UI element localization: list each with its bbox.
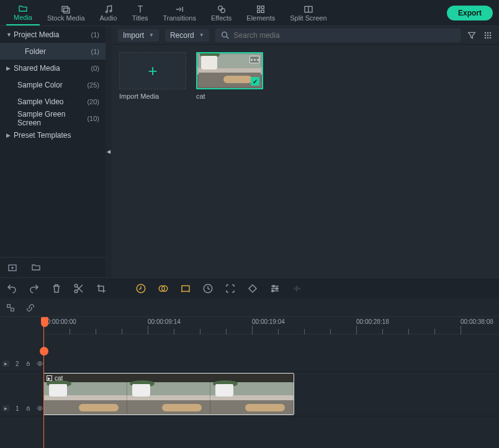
media-thumb[interactable]: ✓ (196, 52, 263, 89)
sidebar-item-sample-green-screen[interactable]: Sample Green Screen (10) (0, 110, 106, 127)
tab-media[interactable]: Media (6, 1, 40, 25)
tab-audio[interactable]: Audio (92, 1, 125, 25)
export-button[interactable]: Export (447, 6, 493, 20)
svg-point-3 (110, 10, 112, 12)
svg-point-16 (485, 34, 487, 36)
sidebar-label: Shared Media (14, 64, 91, 73)
grid-item-label: Import Media (119, 92, 186, 100)
tab-label: Transitions (163, 14, 196, 22)
match-frame-icon[interactable] (6, 303, 15, 312)
track-head: ▸ 2 (0, 357, 43, 370)
split-icon[interactable] (73, 283, 84, 294)
tab-label: Stock Media (47, 14, 85, 22)
sidebar-count: (1) (91, 31, 99, 38)
tab-elements[interactable]: Elements (239, 1, 282, 25)
svg-rect-8 (258, 10, 260, 12)
track-head: ▸ 1 (0, 402, 43, 414)
crop-icon[interactable] (96, 283, 107, 294)
adjust-icon[interactable] (269, 283, 281, 294)
tab-label: Effects (211, 14, 232, 22)
svg-point-31 (272, 290, 274, 292)
audio-mix-icon[interactable] (292, 283, 303, 294)
link-icon[interactable] (26, 303, 35, 312)
top-toolbar: Media Stock Media Audio Titles Transitio… (0, 0, 499, 26)
eye-icon[interactable] (37, 360, 43, 367)
svg-rect-27 (182, 285, 189, 291)
playhead[interactable] (41, 317, 48, 327)
sidebar-item-preset-templates[interactable]: ▶ Preset Templates (0, 127, 106, 143)
tab-transitions[interactable]: Transitions (156, 1, 204, 25)
tab-split-screen[interactable]: Split Screen (282, 1, 334, 25)
filter-icon[interactable] (467, 30, 477, 40)
lock-icon[interactable] (25, 405, 31, 411)
record-dropdown[interactable]: Record ▼ (165, 29, 209, 42)
timecode: 00:00:19:04 (252, 318, 285, 325)
svg-point-4 (218, 6, 222, 10)
import-dropdown[interactable]: Import ▼ (118, 29, 159, 42)
tab-label: Split Screen (290, 14, 326, 22)
green-screen-icon[interactable] (180, 283, 191, 294)
chevron-right-icon: ▶ (6, 65, 14, 71)
media-topbar: Import ▼ Record ▼ (112, 26, 499, 45)
collapse-panel-button[interactable]: ◀ (106, 26, 112, 277)
dropdown-label: Record (170, 31, 194, 40)
chevron-right-icon: ▶ (6, 132, 14, 138)
keyframe-icon[interactable] (247, 283, 258, 294)
tab-label: Media (14, 14, 32, 21)
redo-icon[interactable] (29, 283, 40, 294)
color-match-icon[interactable] (158, 283, 169, 294)
plus-icon: + (148, 61, 157, 81)
sidebar-count: (10) (87, 115, 99, 122)
sidebar-item-shared-media[interactable]: ▶ Shared Media (0) (0, 60, 106, 76)
import-media-tile[interactable]: + Import Media (119, 52, 186, 100)
undo-icon[interactable] (6, 283, 17, 294)
clip-frames (44, 382, 294, 414)
speed-reverse-icon[interactable] (135, 283, 146, 294)
playhead-line (43, 317, 44, 448)
tab-titles[interactable]: Titles (125, 1, 156, 25)
sidebar-item-folder[interactable]: Folder (1) (0, 43, 106, 60)
music-note-icon (104, 4, 114, 14)
track-2[interactable]: ▸ 2 (0, 334, 499, 372)
tab-stock-media[interactable]: Stock Media (40, 1, 92, 25)
svg-point-2 (106, 11, 107, 12)
grid-view-icon[interactable] (483, 30, 493, 40)
new-bin-icon[interactable] (7, 262, 17, 272)
svg-point-19 (485, 37, 487, 38)
sidebar-item-sample-color[interactable]: Sample Color (25) (0, 76, 106, 93)
sidebar-label: Sample Green Screen (17, 110, 87, 127)
timecode: 00:00:28:18 (356, 318, 389, 325)
svg-point-37 (39, 408, 41, 410)
text-icon (135, 4, 145, 14)
search-input[interactable] (234, 31, 456, 40)
sidebar-label: Sample Color (17, 81, 87, 89)
grid-item-label: cat (196, 92, 263, 100)
media-grid: + Import Media ✓ cat (112, 45, 499, 277)
speed-icon[interactable] (202, 283, 214, 294)
chevron-down-icon: ▼ (6, 32, 14, 38)
sidebar-label: Preset Templates (14, 131, 99, 140)
tab-effects[interactable]: Effects (204, 1, 239, 25)
track-1[interactable]: ▸ 1 ▶ cat (0, 372, 499, 416)
new-folder-icon[interactable] (31, 262, 41, 272)
chevron-down-icon: ▼ (199, 32, 204, 38)
svg-rect-0 (62, 6, 68, 11)
chevron-left-icon: ◀ (107, 149, 110, 155)
svg-rect-33 (11, 308, 14, 311)
svg-rect-7 (262, 6, 264, 8)
delete-icon[interactable] (51, 283, 62, 294)
import-thumb[interactable]: + (119, 52, 186, 89)
eye-icon[interactable] (37, 405, 43, 412)
motion-tracking-icon[interactable] (225, 283, 236, 294)
sidebar-item-project-media[interactable]: ▼ Project Media (1) (0, 26, 106, 43)
lock-icon[interactable] (25, 361, 31, 367)
media-tile-cat[interactable]: ✓ cat (196, 52, 263, 100)
timeline-clip-cat[interactable]: ▶ cat (43, 373, 294, 415)
track-area: ▸ 2 ▸ 1 ▶ cat (0, 334, 499, 416)
chevron-down-icon: ▼ (149, 32, 154, 38)
timeline-ruler[interactable]: 00:00:00:00 00:00:09:14 00:00:19:04 00:0… (43, 317, 499, 334)
sidebar-item-sample-video[interactable]: Sample Video (20) (0, 93, 106, 110)
playhead-marker[interactable] (40, 347, 48, 356)
sidebar-label: Project Media (14, 30, 91, 39)
timeline-header (0, 298, 499, 317)
